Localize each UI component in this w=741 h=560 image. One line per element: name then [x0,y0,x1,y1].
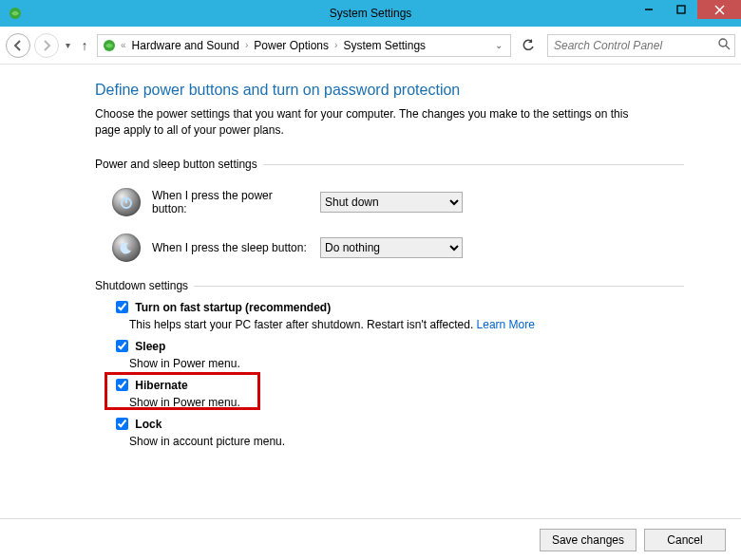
back-button[interactable] [6,33,30,58]
hibernate-checkbox[interactable] [116,379,128,391]
svg-rect-2 [677,6,685,13]
sleep-checkbox[interactable] [116,340,128,352]
control-panel-icon [102,38,117,53]
up-button[interactable]: ↑ [76,38,93,53]
title-bar: System Settings [0,0,741,27]
power-icon [112,188,141,216]
page-description: Choose the power settings that you want … [95,106,636,139]
lock-desc: Show in account picture menu. [129,435,684,448]
maximize-button[interactable] [665,0,697,19]
sleep-button-label: When I press the sleep button: [152,241,309,254]
svg-point-6 [719,39,727,47]
search-box[interactable] [547,34,735,57]
power-button-label: When I press the power button: [152,189,309,215]
fast-startup-label: Turn on fast startup (recommended) [135,301,331,314]
lock-label: Lock [135,418,162,431]
lock-checkbox[interactable] [116,418,128,430]
sleep-button-row: When I press the sleep button: Do nothin… [112,233,684,262]
section-power-header: Power and sleep button settings [95,158,684,171]
sleep-item: Sleep Show in Power menu. [112,337,684,370]
svg-line-7 [726,46,730,49]
chevron-right-icon: › [243,40,250,50]
window-controls [633,0,741,19]
save-button[interactable]: Save changes [540,529,636,551]
content-area: Define power buttons and turn on passwor… [0,65,741,448]
power-button-row: When I press the power button: Shut down [112,188,684,216]
lock-item: Lock Show in account picture menu. [112,415,684,448]
hibernate-desc: Show in Power menu. [129,396,684,409]
page-title: Define power buttons and turn on passwor… [95,82,684,99]
footer: Save changes Cancel [0,518,741,560]
sleep-icon [112,233,141,262]
breadcrumb-item[interactable]: Power Options [252,39,331,52]
learn-more-link[interactable]: Learn More [477,318,535,331]
sleep-button-select[interactable]: Do nothing [320,237,463,258]
breadcrumb[interactable]: « Hardware and Sound › Power Options › S… [97,34,511,57]
cancel-button[interactable]: Cancel [644,529,726,551]
breadcrumb-item[interactable]: System Settings [341,39,428,52]
close-button[interactable] [697,0,741,19]
fast-startup-checkbox[interactable] [116,301,128,313]
fast-startup-desc: This helps start your PC faster after sh… [129,318,684,331]
breadcrumb-dropdown[interactable]: ⌄ [491,40,506,50]
sleep-label: Sleep [135,340,165,353]
chevron-right-icon: › [332,40,339,50]
refresh-button[interactable] [517,34,540,57]
app-icon [8,6,23,21]
sleep-desc: Show in Power menu. [129,357,684,370]
nav-toolbar: ▾ ↑ « Hardware and Sound › Power Options… [0,27,741,65]
section-shutdown-header: Shutdown settings [95,279,684,292]
minimize-button[interactable] [633,0,665,19]
recent-locations-dropdown[interactable]: ▾ [63,40,72,50]
hibernate-label: Hibernate [135,379,187,392]
breadcrumb-item[interactable]: Hardware and Sound [130,39,241,52]
search-icon[interactable] [713,38,734,53]
window-title: System Settings [0,7,741,20]
shutdown-settings-list: Turn on fast startup (recommended) This … [112,298,684,448]
fast-startup-item: Turn on fast startup (recommended) This … [112,298,684,331]
hibernate-item: Hibernate Show in Power menu. [112,376,684,409]
search-input[interactable] [548,39,713,52]
breadcrumb-root-sep: « [119,40,128,50]
forward-button[interactable] [34,33,59,58]
power-button-select[interactable]: Shut down [320,192,463,213]
